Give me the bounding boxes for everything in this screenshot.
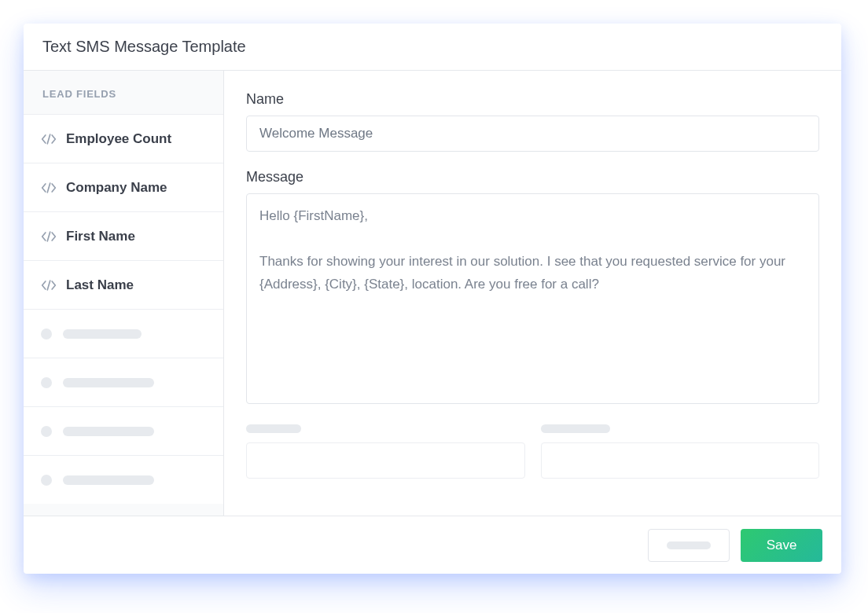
- svg-line-3: [47, 281, 50, 290]
- field-item-placeholder: [24, 455, 223, 504]
- placeholder-bar: [63, 475, 154, 485]
- placeholder-bar: [667, 541, 711, 549]
- name-label: Name: [246, 91, 819, 108]
- sidebar-section-label: LEAD FIELDS: [24, 71, 223, 114]
- field-label: First Name: [66, 229, 135, 244]
- placeholder-dot: [41, 475, 52, 486]
- field-label: Company Name: [66, 180, 167, 196]
- placeholder-bar: [63, 427, 154, 436]
- placeholder-label: [246, 424, 301, 433]
- message-label: Message: [246, 169, 819, 185]
- placeholder-label: [541, 424, 610, 433]
- field-item-placeholder: [24, 358, 223, 406]
- cancel-button[interactable]: [648, 529, 730, 562]
- code-icon: [41, 230, 57, 243]
- lead-fields-sidebar: LEAD FIELDS Employee Count Company Name: [24, 71, 224, 516]
- code-icon: [41, 182, 57, 194]
- placeholder-bar: [63, 378, 154, 387]
- field-label: Employee Count: [66, 131, 171, 147]
- extra-field-placeholder: [246, 424, 525, 479]
- svg-line-2: [47, 232, 50, 241]
- code-icon: [41, 279, 57, 292]
- field-item-placeholder: [24, 309, 223, 358]
- field-item-first-name[interactable]: First Name: [24, 211, 223, 260]
- card-body: LEAD FIELDS Employee Count Company Name: [24, 71, 841, 516]
- save-button[interactable]: Save: [741, 529, 822, 562]
- placeholder-dot: [41, 426, 52, 437]
- placeholder-input: [541, 442, 820, 479]
- svg-line-0: [47, 134, 50, 144]
- placeholder-dot: [41, 329, 52, 340]
- svg-line-1: [47, 183, 50, 193]
- placeholder-input: [246, 442, 525, 479]
- field-item-last-name[interactable]: Last Name: [24, 260, 223, 309]
- template-name-input[interactable]: [246, 116, 819, 152]
- save-button-label: Save: [767, 538, 797, 553]
- message-group: Message: [246, 169, 819, 407]
- extra-fields-row: [246, 424, 819, 479]
- template-message-input[interactable]: [246, 193, 819, 404]
- field-item-company-name[interactable]: Company Name: [24, 163, 223, 211]
- card-header: Text SMS Message Template: [24, 24, 841, 71]
- form-area: Name Message: [224, 71, 841, 516]
- extra-field-placeholder: [541, 424, 820, 479]
- page-title: Text SMS Message Template: [42, 38, 246, 56]
- placeholder-bar: [63, 329, 142, 339]
- code-icon: [41, 133, 57, 145]
- card-footer: Save: [24, 516, 841, 574]
- field-label: Last Name: [66, 277, 134, 293]
- field-item-placeholder: [24, 406, 223, 455]
- name-group: Name: [246, 91, 819, 152]
- placeholder-dot: [41, 377, 52, 388]
- field-item-employee-count[interactable]: Employee Count: [24, 114, 223, 163]
- template-editor-card: Text SMS Message Template LEAD FIELDS Em…: [24, 24, 841, 574]
